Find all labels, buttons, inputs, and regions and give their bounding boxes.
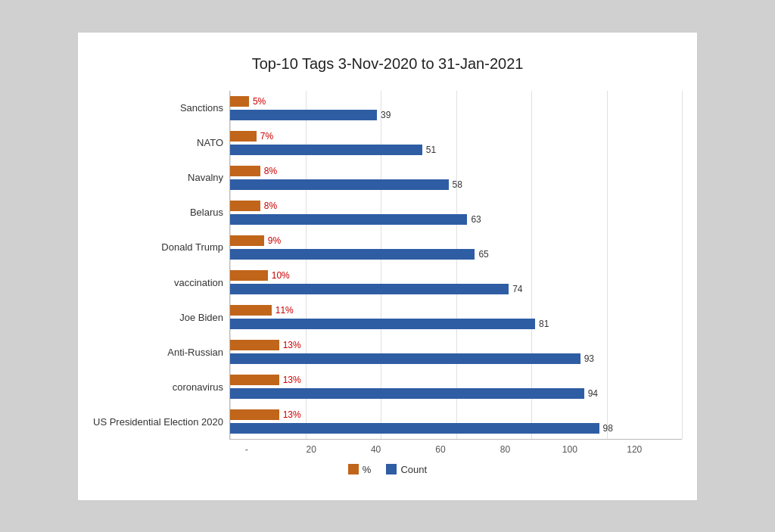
pct-bar-label: 13% bbox=[283, 409, 301, 420]
pct-bar-label: 7% bbox=[260, 131, 273, 142]
count-bar bbox=[230, 214, 467, 225]
count-bar-label: 65 bbox=[478, 249, 488, 260]
legend-count-swatch bbox=[386, 464, 397, 474]
count-bar-label: 58 bbox=[453, 179, 462, 190]
y-label: US Presidential Election 2020 bbox=[93, 404, 223, 439]
x-tick: 40 bbox=[344, 444, 408, 455]
count-bar-label: 94 bbox=[588, 388, 598, 399]
pct-bar-wrap: 9% bbox=[230, 235, 682, 247]
legend-pct-swatch bbox=[348, 464, 359, 474]
count-bar-wrap: 94 bbox=[230, 387, 682, 400]
count-bar-wrap: 51 bbox=[230, 144, 682, 156]
pct-bar bbox=[230, 166, 260, 176]
y-label: NATO bbox=[93, 126, 223, 160]
count-bar-wrap: 63 bbox=[230, 213, 682, 226]
y-labels: SanctionsNATONavalnyBelarusDonald Trumpv… bbox=[93, 91, 229, 440]
pct-bar bbox=[230, 96, 249, 107]
count-bar-wrap: 81 bbox=[230, 318, 682, 330]
bars-area: 5%397%518%588%639%6510%7411%8113%9313%94… bbox=[229, 91, 682, 440]
pct-bar bbox=[230, 375, 279, 385]
legend-count: Count bbox=[386, 464, 427, 475]
count-bar bbox=[230, 353, 580, 364]
bar-row: 11%81 bbox=[230, 300, 682, 334]
pct-bar-label: 9% bbox=[268, 235, 281, 246]
pct-bar bbox=[230, 270, 268, 281]
pct-bar bbox=[230, 340, 279, 350]
x-tick: - bbox=[214, 444, 279, 455]
count-bar bbox=[230, 179, 449, 190]
grid-line bbox=[682, 91, 683, 439]
legend-count-label: Count bbox=[400, 464, 427, 475]
count-bar-wrap: 98 bbox=[230, 422, 682, 434]
count-bar-wrap: 65 bbox=[230, 248, 682, 260]
chart-container: Top-10 Tags 3-Nov-2020 to 31-Jan-2021 Sa… bbox=[77, 32, 698, 501]
pct-bar bbox=[230, 131, 257, 142]
bar-row: 7%51 bbox=[230, 126, 682, 160]
count-bar bbox=[230, 249, 475, 260]
count-bar-label: 39 bbox=[381, 110, 391, 120]
bar-row: 13%94 bbox=[230, 369, 682, 404]
pct-bar-wrap: 13% bbox=[230, 374, 682, 386]
legend: % Count bbox=[93, 464, 682, 475]
count-bar bbox=[230, 284, 509, 294]
legend-pct: % bbox=[348, 464, 372, 475]
pct-bar-label: 13% bbox=[283, 375, 301, 385]
pct-bar-label: 5% bbox=[253, 96, 266, 107]
count-bar-wrap: 39 bbox=[230, 109, 682, 121]
bar-row: 10%74 bbox=[230, 265, 682, 300]
count-bar-label: 93 bbox=[584, 353, 594, 364]
x-tick: 100 bbox=[537, 444, 602, 455]
bar-row: 9%65 bbox=[230, 230, 682, 265]
pct-bar-wrap: 13% bbox=[230, 339, 682, 351]
count-bar bbox=[230, 145, 422, 155]
x-tick: 80 bbox=[473, 444, 537, 455]
pct-bar-wrap: 7% bbox=[230, 130, 682, 142]
pct-bar-wrap: 5% bbox=[230, 95, 682, 107]
y-label: coronavirus bbox=[93, 369, 223, 404]
y-label: Anti-Russian bbox=[93, 334, 223, 369]
pct-bar-wrap: 8% bbox=[230, 200, 682, 212]
pct-bar-wrap: 8% bbox=[230, 165, 682, 177]
pct-bar-wrap: 10% bbox=[230, 269, 682, 282]
count-bar-wrap: 58 bbox=[230, 179, 682, 191]
count-bar bbox=[230, 388, 584, 399]
pct-bar-label: 10% bbox=[272, 270, 290, 281]
bar-row: 5%39 bbox=[230, 91, 682, 126]
count-bar bbox=[230, 423, 599, 434]
y-label: Navalny bbox=[93, 160, 223, 195]
bar-row: 8%58 bbox=[230, 160, 682, 195]
pct-bar-label: 8% bbox=[264, 201, 277, 211]
x-tick: 60 bbox=[408, 444, 472, 455]
bar-row: 13%98 bbox=[230, 404, 682, 439]
y-label: vaccination bbox=[93, 265, 223, 300]
pct-bar-label: 13% bbox=[283, 340, 301, 350]
count-bar-wrap: 93 bbox=[230, 353, 682, 365]
y-label: Joe Biden bbox=[93, 300, 223, 334]
count-bar-label: 51 bbox=[426, 145, 436, 155]
count-bar-wrap: 74 bbox=[230, 283, 682, 295]
legend-pct-label: % bbox=[363, 464, 372, 475]
count-bar bbox=[230, 319, 535, 329]
pct-bar bbox=[230, 201, 260, 211]
x-tick: 120 bbox=[602, 444, 667, 455]
y-label: Donald Trump bbox=[93, 230, 223, 265]
pct-bar bbox=[230, 409, 279, 420]
pct-bar bbox=[230, 305, 272, 316]
bar-row: 8%63 bbox=[230, 195, 682, 230]
pct-bar-label: 11% bbox=[275, 305, 294, 316]
count-bar-label: 63 bbox=[471, 214, 481, 225]
y-label: Belarus bbox=[93, 195, 223, 230]
count-bar-label: 81 bbox=[539, 319, 549, 329]
bar-row: 13%93 bbox=[230, 334, 682, 369]
x-tick: 20 bbox=[279, 444, 343, 455]
pct-bar-label: 8% bbox=[264, 166, 277, 176]
count-bar-label: 98 bbox=[603, 423, 613, 434]
x-axis: -20406080100120 bbox=[93, 440, 682, 455]
pct-bar bbox=[230, 235, 264, 246]
chart-title: Top-10 Tags 3-Nov-2020 to 31-Jan-2021 bbox=[93, 55, 682, 73]
y-label: Sanctions bbox=[93, 91, 223, 126]
count-bar-label: 74 bbox=[512, 284, 522, 294]
pct-bar-wrap: 11% bbox=[230, 304, 682, 316]
chart-area: SanctionsNATONavalnyBelarusDonald Trumpv… bbox=[93, 91, 682, 440]
count-bar bbox=[230, 110, 377, 120]
